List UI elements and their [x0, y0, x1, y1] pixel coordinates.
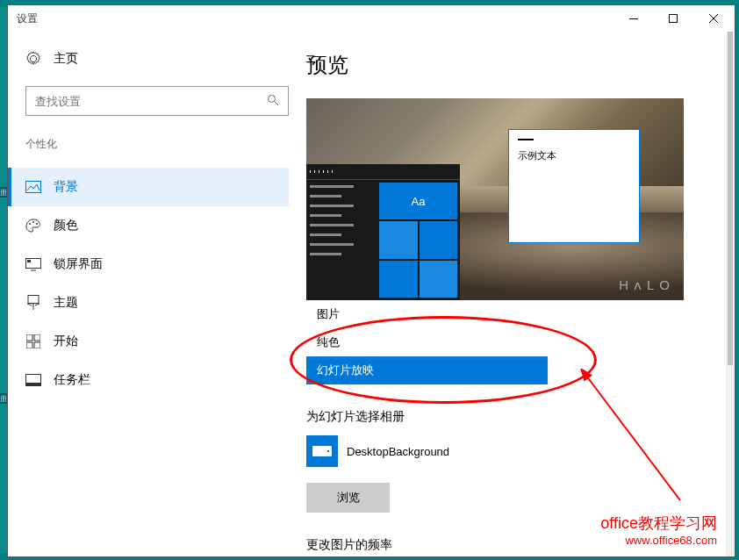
- start-body: Aa: [306, 180, 460, 300]
- start-tiles: Aa: [377, 180, 460, 300]
- svg-rect-15: [26, 383, 41, 386]
- monitor-icon: [25, 256, 41, 272]
- main-panel: 预览 HᴧLO Aa: [306, 32, 735, 556]
- close-icon: [709, 14, 718, 23]
- sample-text: 示例文本: [518, 149, 630, 162]
- taskbar-icon: [25, 372, 41, 388]
- dropdown-option-solid[interactable]: 纯色: [306, 328, 548, 356]
- tile-small: [420, 221, 458, 258]
- svg-point-2: [269, 95, 276, 102]
- svg-rect-12: [26, 342, 32, 348]
- sample-window: 示例文本: [508, 129, 640, 243]
- nav-item-taskbar[interactable]: 任务栏: [8, 361, 289, 399]
- content-area: 主页 个性化 背景: [8, 32, 735, 556]
- sample-bar: [518, 139, 534, 140]
- ruler-tick: 册: [0, 393, 7, 404]
- svg-rect-0: [629, 18, 638, 19]
- album-section-label: 为幻灯片选择相册: [306, 409, 708, 425]
- halo-logo: HᴧLO: [619, 277, 675, 293]
- svg-point-6: [36, 223, 38, 225]
- search-box[interactable]: [25, 86, 289, 116]
- watermark: office教程学习网 www.office68.com: [600, 513, 717, 547]
- svg-rect-3: [26, 182, 41, 193]
- picture-icon: [25, 179, 41, 195]
- window-controls: [613, 5, 735, 32]
- svg-point-5: [32, 221, 34, 223]
- grid-icon: [25, 334, 41, 349]
- window-title: 设置: [17, 11, 38, 26]
- background-preview: HᴧLO Aa: [306, 98, 684, 300]
- settings-window: 设置 主页: [7, 4, 735, 557]
- tile-small: [379, 221, 418, 258]
- background-type-dropdown[interactable]: 图片 纯色 幻灯片放映: [306, 300, 548, 384]
- desktop-left-edge: 册 册: [0, 7, 7, 553]
- brush-icon: [25, 295, 41, 311]
- maximize-icon: [669, 14, 678, 23]
- minimize-icon: [629, 18, 638, 19]
- category-label: 个性化: [25, 137, 289, 152]
- nav-item-background[interactable]: 背景: [8, 168, 289, 206]
- palette-icon: [25, 218, 41, 233]
- tile-small: [420, 261, 458, 298]
- nav-item-lockscreen[interactable]: 锁屏界面: [8, 245, 289, 284]
- svg-point-4: [29, 223, 31, 225]
- start-menu-mock: Aa: [306, 164, 460, 300]
- watermark-title: office教程学习网: [600, 513, 717, 534]
- gear-icon: [25, 51, 41, 67]
- close-button[interactable]: [692, 5, 735, 32]
- nav-list: 背景 颜色 锁屏界面: [8, 168, 289, 399]
- start-header: [306, 164, 460, 180]
- tile-small: [379, 261, 418, 298]
- minimize-button[interactable]: [613, 5, 653, 32]
- nav-label: 锁屏界面: [54, 256, 103, 272]
- nav-item-colors[interactable]: 颜色: [8, 206, 289, 245]
- svg-rect-1: [669, 15, 677, 23]
- svg-rect-13: [34, 342, 40, 348]
- nav-item-themes[interactable]: 主题: [8, 284, 289, 322]
- titlebar: 设置: [8, 5, 735, 32]
- nav-label: 开始: [54, 334, 78, 349]
- start-dots: [310, 170, 334, 173]
- album-row: DesktopBackground: [306, 435, 708, 467]
- search-input[interactable]: [35, 95, 267, 108]
- home-link[interactable]: 主页: [25, 51, 289, 67]
- maximize-button[interactable]: [653, 5, 692, 32]
- nav-label: 背景: [54, 179, 78, 195]
- tile-big: Aa: [379, 183, 457, 219]
- nav-label: 主题: [54, 295, 78, 311]
- dropdown-option-picture[interactable]: 图片: [306, 300, 548, 328]
- album-name: DesktopBackground: [347, 445, 449, 458]
- nav-item-start[interactable]: 开始: [8, 322, 289, 361]
- nav-label: 任务栏: [54, 372, 90, 388]
- svg-rect-8: [27, 260, 31, 262]
- svg-rect-9: [28, 296, 39, 304]
- browse-button[interactable]: 浏览: [306, 483, 390, 513]
- svg-rect-11: [34, 334, 40, 341]
- nav-label: 颜色: [54, 218, 78, 233]
- home-label: 主页: [54, 51, 78, 67]
- watermark-url: www.office68.com: [600, 534, 717, 547]
- sidebar: 主页 个性化 背景: [8, 32, 306, 556]
- scroll-thumb[interactable]: [728, 32, 733, 365]
- dropdown-option-slideshow[interactable]: 幻灯片放映: [306, 356, 548, 384]
- folder-icon: [306, 435, 338, 467]
- svg-rect-10: [26, 334, 32, 341]
- search-icon: [267, 94, 279, 109]
- page-title: 预览: [306, 51, 708, 79]
- ruler-tick: 册: [0, 187, 7, 197]
- start-list: [306, 180, 377, 300]
- scrollbar[interactable]: [726, 32, 735, 556]
